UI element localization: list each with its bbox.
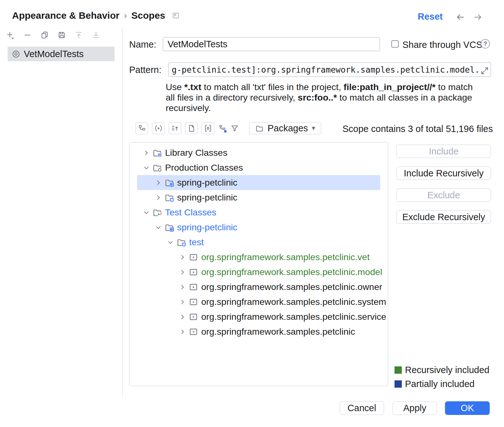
exclude-recursively-button[interactable]: Exclude Recursively xyxy=(396,210,491,224)
back-arrow-button[interactable] xyxy=(455,12,465,22)
apply-button[interactable]: Apply xyxy=(393,401,437,415)
chevron-right-icon[interactable] xyxy=(178,298,187,306)
scope-list-toolbar xyxy=(6,30,100,39)
folder-icon xyxy=(255,124,264,133)
move-down-button[interactable] xyxy=(91,30,100,39)
tree-row[interactable]: org.springframework.samples.petclinic xyxy=(137,324,380,339)
folder-library-icon xyxy=(152,148,162,158)
chevron-right-icon xyxy=(178,283,187,291)
scope-tree: Library ClassesProduction Classesspring-… xyxy=(129,142,388,386)
folder-source-icon xyxy=(164,193,174,202)
chevron-down-icon[interactable] xyxy=(142,208,151,217)
folder-module-icon xyxy=(164,222,174,232)
compact-packages-button[interactable] xyxy=(202,122,214,134)
show-scope-sets-icon xyxy=(171,124,179,133)
help-icon[interactable]: ? xyxy=(481,39,490,49)
tree-item-label: org.springframework.samples.petclinic.mo… xyxy=(201,267,382,277)
forward-arrow-button[interactable] xyxy=(473,12,483,22)
package-icon xyxy=(189,327,198,337)
save-button[interactable] xyxy=(57,30,66,39)
chevron-right-icon[interactable] xyxy=(178,327,187,336)
show-legend-button[interactable] xyxy=(152,122,165,134)
add-button[interactable] xyxy=(6,30,15,39)
chevron-right-icon[interactable] xyxy=(178,253,187,262)
dialog-window-icon xyxy=(172,11,180,20)
include-recursively-button[interactable]: Include Recursively xyxy=(396,167,491,180)
folder-classes-icon xyxy=(152,163,162,173)
move-up-button[interactable] xyxy=(74,30,83,39)
sidebar-divider xyxy=(122,28,123,397)
chevron-right-icon[interactable] xyxy=(154,178,163,187)
reset-button[interactable]: Reset xyxy=(418,11,443,22)
expand-pattern-button[interactable] xyxy=(480,66,489,75)
duplicate-button[interactable] xyxy=(40,30,49,39)
ok-button[interactable]: OK xyxy=(445,401,490,415)
chevron-down-icon[interactable] xyxy=(166,238,175,247)
folder-test-icon xyxy=(152,207,162,217)
legend-item: Partially included xyxy=(395,377,489,391)
filter-icon xyxy=(230,124,239,133)
packages-dropdown[interactable]: Packages▾ xyxy=(249,122,321,134)
tree-item-label: Test Classes xyxy=(165,207,216,218)
tree-item-label: Production Classes xyxy=(165,162,243,173)
package-icon xyxy=(189,282,198,292)
group-by-scope-type-button[interactable] xyxy=(218,124,227,133)
breadcrumb-section[interactable]: Appearance & Behavior xyxy=(12,10,119,21)
show-scope-sets-button[interactable] xyxy=(169,122,181,134)
name-label: Name: xyxy=(129,39,156,50)
cancel-button[interactable]: Cancel xyxy=(340,401,384,415)
chevron-right-icon[interactable] xyxy=(178,268,187,277)
show-files-icon xyxy=(187,124,196,133)
scope-list-item[interactable]: VetModelTests xyxy=(8,47,115,61)
folder-test-icon xyxy=(152,207,162,217)
chevron-right-icon[interactable] xyxy=(178,312,187,321)
chevron-down-icon xyxy=(142,208,150,217)
tree-row[interactable]: Library Classes xyxy=(137,145,380,160)
chevron-down-icon xyxy=(154,223,162,232)
legend-label: Recursively included xyxy=(405,365,489,375)
chevron-right-icon[interactable] xyxy=(154,193,163,202)
tree-row[interactable]: org.springframework.samples.petclinic.ve… xyxy=(137,250,380,265)
show-modules-button[interactable] xyxy=(136,122,148,134)
package-icon xyxy=(189,267,198,277)
package-icon xyxy=(189,312,198,322)
tree-row[interactable]: spring-petclinic xyxy=(137,175,380,190)
folder-module-icon xyxy=(164,178,174,187)
tree-row[interactable]: org.springframework.samples.petclinic.mo… xyxy=(137,265,380,279)
package-icon xyxy=(189,267,198,277)
pattern-help-text: Use *.txt to match all 'txt' files in th… xyxy=(166,82,481,113)
tree-row[interactable]: Test Classes xyxy=(137,205,380,220)
tree-row[interactable]: org.springframework.samples.petclinic.se… xyxy=(137,309,380,324)
tree-row[interactable]: org.springframework.samples.petclinic.ow… xyxy=(137,279,380,294)
tree-item-label: test xyxy=(189,237,204,247)
exclude-button[interactable]: Exclude xyxy=(396,188,491,202)
move-down-icon xyxy=(92,31,100,39)
tree-item-label: Library Classes xyxy=(165,148,227,158)
filter-button[interactable] xyxy=(230,124,239,133)
chevron-right-icon[interactable] xyxy=(178,283,187,292)
tree-item-label: org.springframework.samples.petclinic xyxy=(201,326,355,337)
tree-row[interactable]: test xyxy=(137,235,380,250)
folder-classes-icon xyxy=(152,163,162,173)
chevron-down-icon[interactable] xyxy=(154,223,163,232)
packages-dropdown-label: Packages xyxy=(268,123,308,134)
tree-row[interactable]: org.springframework.samples.petclinic.sy… xyxy=(137,294,380,309)
chevron-down-icon[interactable] xyxy=(142,163,151,172)
show-files-button[interactable] xyxy=(185,122,198,134)
tree-row[interactable]: spring-petclinic xyxy=(137,190,380,205)
share-vcs-checkbox[interactable] xyxy=(391,40,399,48)
pattern-input[interactable] xyxy=(168,62,491,77)
chevron-right-icon xyxy=(178,313,187,321)
folder-library-icon xyxy=(152,148,162,158)
chevron-down-icon xyxy=(142,164,150,172)
tree-row[interactable]: Production Classes xyxy=(137,160,380,175)
chevron-right-icon[interactable] xyxy=(142,148,151,157)
remove-button[interactable] xyxy=(23,30,32,39)
show-legend-icon xyxy=(154,124,163,133)
scope-name-input[interactable] xyxy=(163,37,380,51)
tree-row[interactable]: spring-petclinic xyxy=(137,220,380,235)
folder-source-icon xyxy=(164,193,174,202)
include-button[interactable]: Include xyxy=(396,145,491,158)
expand-icon xyxy=(480,66,489,75)
scope-list: VetModelTests xyxy=(8,47,115,61)
